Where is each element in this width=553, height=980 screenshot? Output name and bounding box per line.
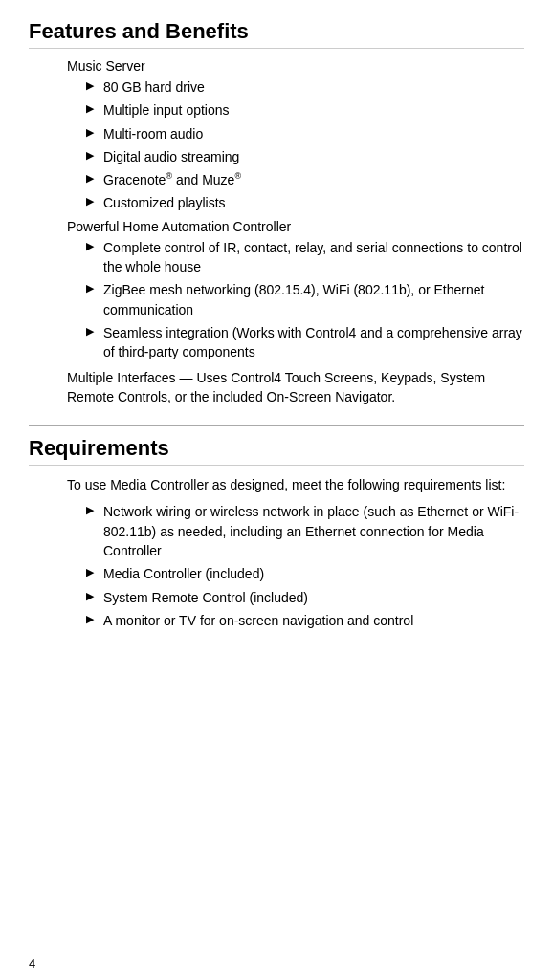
bullet-icon: ▶ xyxy=(86,194,100,209)
home-automation-list: ▶ Complete control of IR, contact, relay… xyxy=(86,238,524,362)
multiple-interfaces-text: Multiple Interfaces — Uses Control4 Touc… xyxy=(67,370,485,404)
list-item: ▶ Multiple input options xyxy=(86,100,524,120)
list-item-text: Gracenote® and Muze® xyxy=(103,170,524,189)
bullet-icon: ▶ xyxy=(86,503,100,518)
home-automation-label: Powerful Home Automation Controller xyxy=(67,219,524,234)
list-item: ▶ 80 GB hard drive xyxy=(86,77,524,97)
list-item: ▶ Network wiring or wireless network in … xyxy=(86,502,524,560)
page-number: 4 xyxy=(29,956,35,970)
bullet-icon: ▶ xyxy=(86,565,100,580)
bullet-icon: ▶ xyxy=(86,148,100,163)
list-item-text: Complete control of IR, contact, relay, … xyxy=(103,238,524,277)
requirements-list: ▶ Network wiring or wireless network in … xyxy=(86,502,524,630)
list-item-text: Multiple input options xyxy=(103,100,524,120)
requirements-section: Requirements To use Media Controller as … xyxy=(29,436,524,630)
bullet-icon: ▶ xyxy=(86,171,100,186)
list-item-text: Media Controller (included) xyxy=(103,564,524,583)
requirements-title: Requirements xyxy=(29,436,524,466)
requirements-intro: To use Media Controller as designed, mee… xyxy=(67,475,524,494)
list-item-text: System Remote Control (included) xyxy=(103,588,524,607)
list-item: ▶ Complete control of IR, contact, relay… xyxy=(86,238,524,277)
features-section: Features and Benefits Music Server ▶ 80 … xyxy=(29,19,524,406)
list-item-text: Customized playlists xyxy=(103,193,524,212)
list-item: ▶ Gracenote® and Muze® xyxy=(86,170,524,189)
bullet-icon: ▶ xyxy=(86,101,100,117)
list-item: ▶ ZigBee mesh networking (802.15.4), WiF… xyxy=(86,280,524,319)
section-divider xyxy=(29,425,524,426)
list-item-text: ZigBee mesh networking (802.15.4), WiFi … xyxy=(103,280,524,319)
bullet-icon: ▶ xyxy=(86,612,100,627)
bullet-icon: ▶ xyxy=(86,239,100,254)
list-item: ▶ A monitor or TV for on-screen navigati… xyxy=(86,611,524,630)
home-automation-group: Powerful Home Automation Controller ▶ Co… xyxy=(67,219,524,362)
features-title: Features and Benefits xyxy=(29,19,524,49)
bullet-icon: ▶ xyxy=(86,78,100,94)
list-item-text: Digital audio streaming xyxy=(103,147,524,166)
bullet-icon: ▶ xyxy=(86,125,100,141)
list-item-text: Seamless integration (Works with Control… xyxy=(103,323,524,362)
requirements-list-group: ▶ Network wiring or wireless network in … xyxy=(67,502,524,630)
bullet-icon: ▶ xyxy=(86,589,100,604)
list-item: ▶ Seamless integration (Works with Contr… xyxy=(86,323,524,362)
bullet-icon: ▶ xyxy=(86,324,100,339)
music-server-label: Music Server xyxy=(67,58,524,74)
list-item-text: 80 GB hard drive xyxy=(103,77,524,97)
page-container: Features and Benefits Music Server ▶ 80 … xyxy=(0,0,553,980)
list-item-text: A monitor or TV for on-screen navigation… xyxy=(103,611,524,630)
music-server-group: Music Server ▶ 80 GB hard drive ▶ Multip… xyxy=(67,58,524,213)
list-item-text: Multi-room audio xyxy=(103,124,524,143)
music-server-list: ▶ 80 GB hard drive ▶ Multiple input opti… xyxy=(86,77,524,213)
list-item: ▶ System Remote Control (included) xyxy=(86,588,524,607)
list-item: ▶ Media Controller (included) xyxy=(86,564,524,583)
list-item-text: Network wiring or wireless network in pl… xyxy=(103,502,524,560)
multiple-interfaces-group: Multiple Interfaces — Uses Control4 Touc… xyxy=(67,368,524,407)
list-item: ▶ Customized playlists xyxy=(86,193,524,212)
list-item: ▶ Multi-room audio xyxy=(86,124,524,143)
list-item: ▶ Digital audio streaming xyxy=(86,147,524,166)
bullet-icon: ▶ xyxy=(86,281,100,296)
